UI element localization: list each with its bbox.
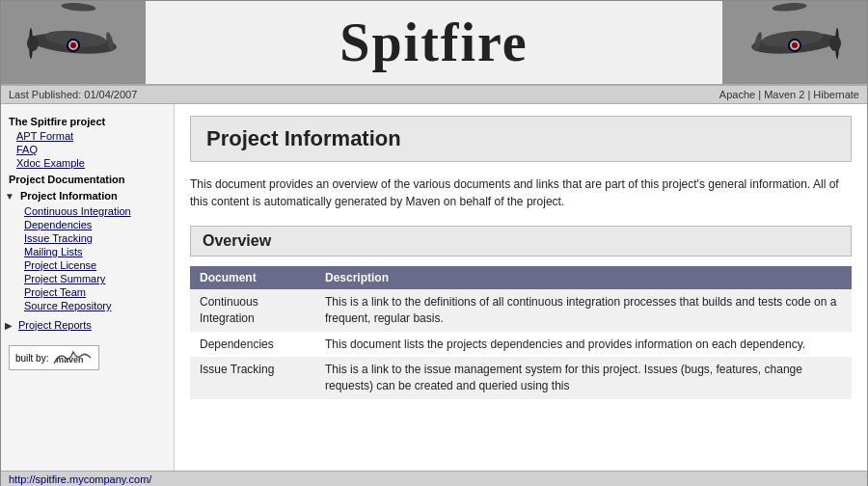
sidebar-project-summary[interactable]: Project Summary: [1, 272, 174, 285]
sidebar-xdoc[interactable]: Xdoc Example: [1, 156, 174, 170]
sidebar-mailing-lists[interactable]: Mailing Lists: [1, 245, 174, 258]
table-cell-description: This is a link to the issue management s…: [315, 357, 852, 399]
project-doc-title: Project Documentation: [1, 170, 174, 187]
sidebar-project-team[interactable]: Project Team: [1, 285, 174, 299]
table-cell-document: Continuous Integration: [190, 289, 315, 332]
project-info-section[interactable]: ▼ Project Information: [1, 187, 174, 204]
intro-text: This document provides an overview of th…: [190, 176, 852, 210]
table-row: Continuous IntegrationThis is a link to …: [190, 289, 852, 332]
table-row: DependenciesThis document lists the proj…: [190, 332, 852, 358]
status-url: http://spitfire.mycompany.com/: [9, 473, 151, 485]
sidebar-project-reports[interactable]: Project Reports: [14, 318, 99, 332]
header-right-plane: [722, 1, 867, 84]
main-layout: The Spitfire project APT Format FAQ Xdoc…: [1, 104, 867, 471]
tech-links: Apache | Maven 2 | Hibernate: [719, 89, 859, 100]
content-area: Project Information This document provid…: [175, 104, 867, 471]
overview-heading: Overview: [190, 226, 852, 256]
svg-text:maven: maven: [56, 355, 84, 364]
table-cell-document: Issue Tracking: [190, 357, 315, 399]
sidebar-faq[interactable]: FAQ: [1, 143, 174, 156]
page-heading: Project Information: [190, 116, 852, 162]
svg-rect-11: [1, 1, 146, 84]
header: Spitfire: [1, 1, 867, 86]
col-description: Description: [315, 266, 852, 289]
project-reports-section[interactable]: ▶ Project Reports: [1, 316, 174, 334]
sidebar: The Spitfire project APT Format FAQ Xdoc…: [1, 104, 175, 471]
sidebar-source-repo[interactable]: Source Repository: [1, 299, 174, 312]
table-cell-description: This is a link to the definitions of all…: [315, 289, 852, 332]
table-row: Issue TrackingThis is a link to the issu…: [190, 357, 852, 399]
info-table: Document Description Continuous Integrat…: [190, 266, 852, 399]
maven-logo: maven: [52, 350, 93, 365]
sidebar-project-info[interactable]: Project Information: [16, 189, 125, 202]
table-body: Continuous IntegrationThis is a link to …: [190, 289, 852, 399]
site-title: Spitfire: [339, 12, 528, 73]
maven-badge: built by: maven: [9, 345, 99, 370]
sidebar-continuous[interactable]: Continuous Integration: [1, 204, 174, 218]
status-bar: http://spitfire.mycompany.com/: [1, 471, 867, 486]
header-title-area: Spitfire: [146, 1, 722, 84]
header-left-plane: [1, 1, 146, 84]
sidebar-dependencies[interactable]: Dependencies: [1, 218, 174, 231]
svg-rect-23: [722, 1, 867, 84]
built-by-label: built by:: [15, 353, 48, 364]
col-document: Document: [190, 266, 315, 289]
sidebar-project-license[interactable]: Project License: [1, 258, 174, 272]
table-header-row: Document Description: [190, 266, 852, 289]
sidebar-apt-format[interactable]: APT Format: [1, 129, 174, 143]
expand-arrow-icon: ▼: [5, 191, 14, 202]
table-cell-document: Dependencies: [190, 332, 315, 358]
published-bar: Last Published: 01/04/2007 Apache | Mave…: [1, 86, 867, 104]
sidebar-issue-tracking[interactable]: Issue Tracking: [1, 231, 174, 245]
table-cell-description: This document lists the projects depende…: [315, 332, 852, 358]
project-title-label: The Spitfire project: [1, 112, 174, 129]
collapse-arrow-icon: ▶: [5, 320, 13, 331]
last-published: Last Published: 01/04/2007: [9, 89, 137, 100]
